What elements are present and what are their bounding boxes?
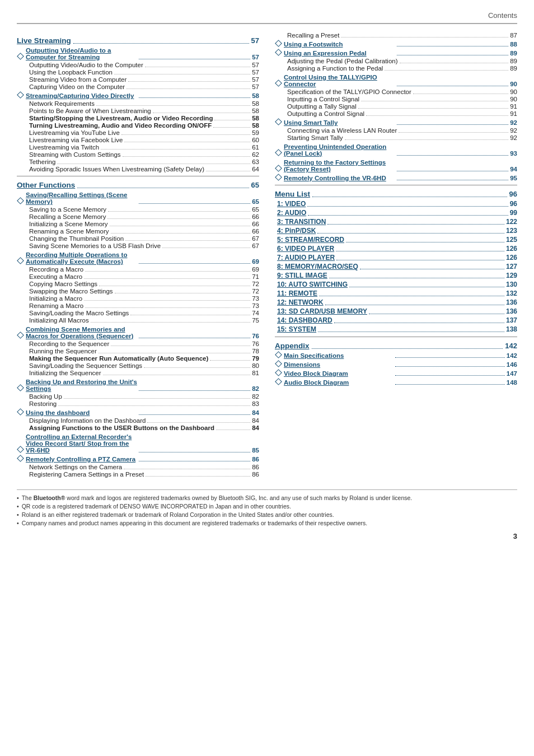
toc-item-label: Streaming Video from a Computer (29, 76, 127, 83)
diamond-icon (275, 351, 282, 358)
menu-item-label: 5: STREAM/RECORD (277, 236, 344, 244)
toc-item-page: 66 (252, 221, 259, 227)
sub-section-header: Video Block Diagram147 (275, 370, 517, 377)
toc-item-page: 57 (252, 76, 259, 83)
toc-item: Outputting Video/Audio to the Computer57 (17, 62, 259, 68)
toc-item: Starting Smart Tally92 (275, 134, 517, 141)
sub-header-label: Audio Block Diagram (284, 379, 394, 386)
toc-item-page: 83 (252, 400, 259, 407)
diamond-icon (17, 455, 24, 462)
section-header-page: 57 (251, 36, 259, 45)
toc-item-page: 58 (252, 100, 259, 107)
toc-item-label: Outputting a Tally Signal (287, 103, 357, 110)
toc-item: Tethering63 (17, 158, 259, 165)
sub-header-label: Using an Expression Pedal (284, 50, 395, 57)
toc-item-label: Initializing a Scene Memory (29, 221, 108, 227)
footnote-text: Roland is an either registered trademark… (22, 511, 334, 518)
toc-item-label: Starting Smart Tally (287, 134, 343, 141)
toc-item-page: 76 (252, 340, 259, 347)
sub-section-header: Audio Block Diagram148 (275, 379, 517, 386)
toc-item: Specification of the TALLY/GPIO Connecto… (275, 88, 517, 95)
toc-item-page: 81 (252, 370, 259, 376)
sub-header-label: Video Block Diagram (284, 370, 394, 377)
toc-item-label: Livestreaming via YouTube Live (29, 129, 120, 136)
toc-item-page: 66 (252, 213, 259, 220)
diamond-icon (275, 49, 282, 56)
toc-item-label: Making the Sequencer Run Automatically (… (29, 355, 208, 362)
toc-item: Renaming a Macro73 (17, 302, 259, 309)
menu-item: 3: TRANSITION122 (275, 218, 517, 226)
sub-header-page: 86 (252, 456, 259, 463)
sub-header-label: Saving/Recalling Settings (Scene Memory) (26, 192, 137, 205)
toc-item-page: 74 (252, 310, 259, 316)
menu-item-page: 137 (506, 316, 517, 324)
menu-item-page: 126 (506, 254, 517, 262)
toc-item-label: Outputting a Control Signal (287, 110, 364, 117)
toc-item: Livestreaming via Twitch61 (17, 144, 259, 151)
sub-header-label: Using the dashboard (26, 409, 137, 416)
sub-header-label: Recording Multiple Operations to Automat… (26, 251, 137, 265)
toc-item: Executing a Macro71 (17, 273, 259, 280)
sub-section-header: Control Using the TALLY/GPIO Connector90 (275, 74, 517, 87)
toc-item-label: Saving/Loading the Macro Settings (29, 310, 129, 316)
diamond-icon (275, 165, 282, 172)
toc-item-label: Changing the Thumbnail Position (29, 235, 124, 242)
menu-item-label: 13: SD CARD/USB MEMORY (277, 307, 367, 315)
sub-header-page: 76 (252, 333, 259, 339)
toc-item: Streaming with Custom Settings62 (17, 151, 259, 158)
menu-item-page: 123 (506, 227, 517, 235)
toc-item: Turning Livestreaming, Audio and Video R… (17, 122, 259, 129)
section-header-label: Menu List (275, 190, 310, 198)
toc-item: Saving to a Scene Memory65 (17, 206, 259, 213)
toc-item-page: 58 (252, 108, 259, 114)
sub-header-page: 92 (510, 119, 517, 126)
diamond-icon (275, 369, 282, 376)
diamond-icon (17, 53, 24, 60)
section-header-page: 96 (509, 190, 517, 198)
sub-header-label: Preventing Unintended Operation (Panel L… (284, 143, 395, 157)
menu-item-page: 130 (506, 281, 517, 288)
toc-item-page: 61 (252, 144, 259, 151)
menu-item: 4: PinP/DSK123 (275, 227, 517, 235)
toc-item: Network Requirements58 (17, 100, 259, 107)
right-column: Recalling a Preset87Using a Footswitch88… (275, 32, 517, 478)
sub-header-label: Remotely Controlling a PTZ Camera (26, 456, 137, 463)
sub-header-page: 148 (507, 379, 517, 386)
toc-item-page: 69 (252, 266, 259, 273)
toc-item-label: Swapping the Macro Settings (29, 288, 113, 295)
toc-item: Avoiding Sporadic Issues When Livestream… (17, 166, 259, 172)
toc-item-label: Adjusting the Pedal (Pedal Calibration) (287, 58, 398, 64)
menu-item-label: 3: TRANSITION (277, 218, 326, 226)
toc-item-label: Displaying Information on the Dashboard (29, 417, 146, 424)
diamond-icon (275, 174, 282, 181)
footnote-item: •QR code is a registered trademark of DE… (17, 503, 517, 510)
sub-section-header: Using Smart Tally92 (275, 119, 517, 126)
toc-item-label: Registering Camera Settings in a Preset (29, 471, 144, 478)
page-number: 3 (17, 532, 517, 540)
toc-item: Initializing a Scene Memory66 (17, 221, 259, 227)
toc-item-page: 78 (252, 348, 259, 354)
toc-item-page: 60 (252, 137, 259, 143)
toc-item-page: 65 (252, 206, 259, 213)
menu-item: 6: VIDEO PLAYER126 (275, 245, 517, 253)
menu-item-page: 136 (506, 298, 517, 306)
toc-item-page: 86 (252, 464, 259, 470)
toc-item: Changing the Thumbnail Position67 (17, 235, 259, 242)
toc-item-label: Initializing a Macro (29, 295, 82, 302)
toc-item-label: Assigning a Function to the Pedal (287, 65, 383, 72)
toc-item-page: 90 (510, 96, 517, 102)
toc-item-page: 91 (510, 103, 517, 110)
sub-header-label: Remotely Controlling the VR-6HD (284, 175, 395, 181)
sub-header-label: Returning to the Factory Settings (Facto… (284, 159, 395, 172)
diamond-icon (17, 257, 24, 264)
menu-item: 11: REMOTE132 (275, 290, 517, 297)
sub-header-page: 57 (252, 54, 259, 60)
toc-item: Inputting a Control Signal90 (275, 96, 517, 102)
sub-section-header: Streaming/Capturing Video Directly58 (17, 92, 259, 99)
sub-header-label: Dimensions (284, 361, 394, 368)
footnote-text: The Bluetooth® word mark and logos are r… (22, 494, 413, 501)
toc-item-page: 58 (252, 122, 259, 129)
section-header-label: Appendix (275, 342, 310, 350)
toc-item-label: Inputting a Control Signal (287, 96, 359, 102)
toc-item-label: Running the Sequencer (29, 348, 97, 354)
